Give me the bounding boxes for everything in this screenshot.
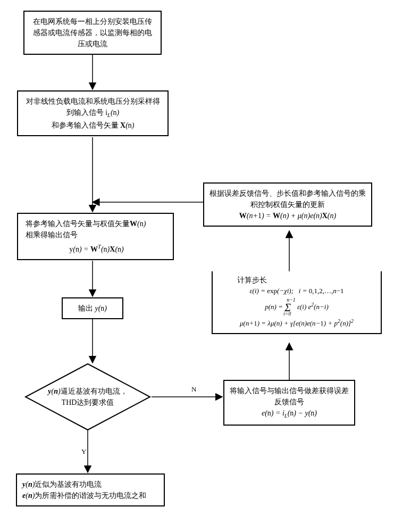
r-line1b: 近似为基波有功电流 [35,480,102,488]
edge-label-yes: Y [81,447,86,456]
stepsize-f1: ε(i) = exp(−χi); i = 0,1,2,…,n−1 [216,287,378,295]
stepsize-f2: p(n) = Σi=0n−1 ε(i) e2(n−i) [216,297,378,317]
step-compute-stepsize: 计算步长 ε(i) = exp(−χi); i = 0,1,2,…,n−1 p(… [212,271,382,334]
step-update-weights: 根据误差反馈信号、步长值和参考输入信号的乘积控制权值矢量的更新 W(n+1) =… [203,182,372,227]
step2-line2: 和参考输入信号矢量 [52,121,119,129]
step3-line1a: 将参考输入信号矢量与权值矢量 [26,220,130,228]
step2-sig2: X(n) [120,121,134,129]
step-install-sensors: 在电网系统每一相上分别安装电压传感器或电流传感器，以监测每相的电压或电流 [23,11,162,55]
step-multiply-weights: 将参考输入信号矢量与权值矢量W(n) 相乘得输出信号 y(n) = WT(n)X… [17,213,174,260]
stepsize-f3: μ(n+1) = λμ(n) + γ[e(n)e(n−1) + p2(n)]2 [216,318,378,328]
step3-wvar: W(n) [130,220,146,228]
diamond-line2: THD达到要求值 [62,397,114,408]
diamond-line1b: 逼近基波有功电流， [61,387,128,395]
step2-line1: 对非线性负载电流和系统电压分别采样得到输入信号 [26,97,160,117]
r-line2b: 为所需补偿的谐波与无功电流之和 [35,492,146,500]
step3-formula: y(n) = WT(n)X(n) [69,245,123,253]
step-result: y(n)近似为基波有功电流 e(n)为所需补偿的谐波与无功电流之和 [16,473,165,506]
upd-formula: W(n+1) = W(n) + μ(n)e(n)X(n) [239,212,336,220]
r-yvar: y(n) [22,480,35,488]
step-output-y: 输出 y(n) [62,297,123,319]
err-formula: e(n) = iL(n) − y(n) [262,409,317,417]
stepsize-title: 计算步长 [216,276,378,285]
upd-line1: 根据误差反馈信号、步长值和参考输入信号的乘积控制权值矢量的更新 [209,189,366,209]
diamond-var: y(n) [48,387,60,395]
step-error-feedback: 将输入信号与输出信号做差获得误差反馈信号 e(n) = iL(n) − y(n) [223,380,355,426]
edge-label-no: N [191,385,196,394]
step3-line2: 相乘得输出信号 [26,231,78,239]
flow-arrows [0,0,394,532]
step4-var: y(n) [95,304,107,312]
step4-text: 输出 [78,304,93,312]
step1-text: 在电网系统每一相上分别安装电压传感器或电流传感器，以监测每相的电压或电流 [33,18,152,48]
step2-sig1: iL(n) [105,109,119,117]
r-evar: e(n) [22,492,35,500]
step-sample-signals: 对非线性负载电流和系统电压分别采样得到输入信号 iL(n) 和参考输入信号矢量 … [17,90,169,136]
err-line1: 将输入信号与输出信号做差获得误差反馈信号 [230,387,349,406]
decision-thd: y(n)逼近基波有功电流， THD达到要求值 [24,362,152,431]
